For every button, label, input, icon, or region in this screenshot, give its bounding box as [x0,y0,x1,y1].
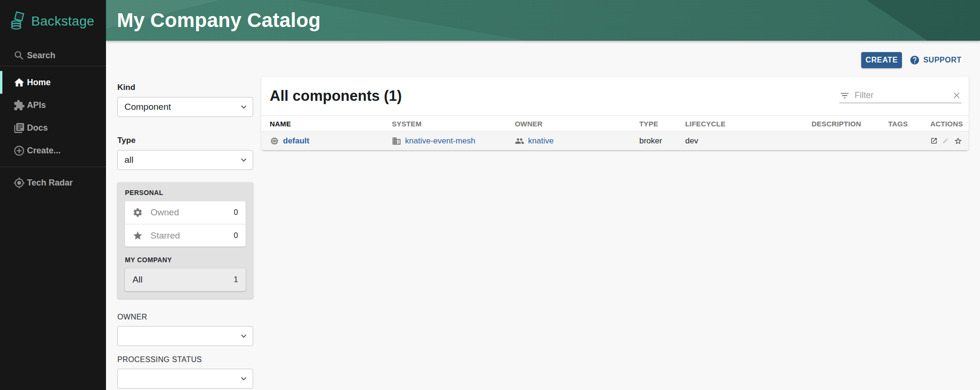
type-select-value: all [124,155,133,165]
puzzle-icon [13,99,25,111]
sidebar: Backstage Search Home APIs Docs Create..… [0,0,106,390]
sidebar-item-tech-radar[interactable]: Tech Radar [0,171,106,194]
column-header-type[interactable]: TYPE [639,120,685,128]
chevron-down-icon [238,373,249,384]
create-button[interactable]: CREATE [861,52,902,68]
search-icon [13,50,25,62]
toolbar: CREATE SUPPORT [861,52,962,68]
open-in-new-icon[interactable] [930,135,937,146]
radar-icon [13,177,25,189]
sidebar-item-home[interactable]: Home [0,71,106,94]
lifecycle-cell: dev [685,136,812,146]
filter-list-icon [839,90,850,101]
system-cell: knative-event-mesh [392,136,515,146]
all-count: 1 [234,275,238,284]
spacer [117,346,253,355]
processing-status-label: PROCESSING STATUS [117,355,253,364]
chevron-down-icon [238,155,249,165]
all-filter-item[interactable]: All 1 [125,268,246,291]
kind-label: Kind [117,83,253,92]
column-header-system[interactable]: SYSTEM [392,120,515,128]
owned-count: 0 [234,208,238,217]
page-title: My Company Catalog [117,9,321,32]
sidebar-item-label: APIs [27,100,46,110]
owned-label: Owned [150,207,234,218]
clear-icon[interactable] [952,90,962,100]
personal-list: Owned 0 Starred 0 [125,201,246,247]
type-select[interactable]: all [117,150,253,170]
page-header: My Company Catalog [106,0,980,41]
kind-select-value: Component [124,102,171,112]
sidebar-item-label: Create... [27,146,61,156]
backstage-app: Backstage Search Home APIs Docs Create..… [0,0,980,390]
star-border-icon[interactable] [954,135,962,147]
chevron-down-icon [238,331,249,341]
help-icon [909,55,920,65]
catalog-card-header: All components (1) [261,77,969,115]
catalog-heading: All components (1) [270,88,402,105]
starred-filter-item[interactable]: Starred 0 [125,224,246,247]
sidebar-item-search[interactable]: Search [0,44,106,67]
sidebar-divider [0,167,106,167]
catalog-card: All components (1) NAME SYSTEM OWNER TYP… [261,77,969,151]
star-icon [132,230,143,241]
home-icon [13,77,25,89]
owner-link[interactable]: knative [528,136,554,146]
sidebar-item-label: Tech Radar [27,178,73,188]
docs-icon [13,122,25,134]
column-header-tags[interactable]: TAGS [888,120,930,128]
sidebar-item-apis[interactable]: APIs [0,94,106,116]
column-header-actions: ACTIONS [930,120,969,128]
backstage-logo-icon [9,11,26,31]
table-filter [839,89,962,103]
component-chip-icon [270,136,279,146]
spacer [117,117,253,136]
owner-cell: knative [515,136,639,146]
owner-label: OWNER [117,313,253,321]
processing-status-select[interactable] [117,369,253,389]
owner-select[interactable] [117,326,253,346]
entity-link[interactable]: default [283,136,309,146]
sidebar-item-label: Home [27,78,51,88]
sidebar-item-create[interactable]: Create... [0,139,106,162]
name-cell: default [261,136,392,146]
backstage-logo[interactable]: Backstage [9,11,94,31]
owned-filter-item[interactable]: Owned 0 [125,201,246,224]
column-header-lifecycle[interactable]: LIFECYCLE [685,120,812,128]
type-label: Type [117,136,253,145]
sidebar-divider [0,66,106,66]
building-icon [392,136,401,146]
starred-count: 0 [234,231,238,240]
support-button[interactable]: SUPPORT [909,55,962,65]
support-label: SUPPORT [923,56,962,64]
brand-name: Backstage [31,14,94,29]
my-company-heading: MY COMPANY [125,256,246,264]
table-header-row: NAME SYSTEM OWNER TYPE LIFECYCLE DESCRIP… [261,115,969,132]
sidebar-item-docs[interactable]: Docs [0,116,106,139]
table-row: default knative-event-mesh knative broke… [261,132,969,151]
gear-icon [132,207,143,218]
edit-icon[interactable] [942,136,949,146]
all-label: All [132,275,234,285]
table-filter-input[interactable] [855,90,952,100]
kind-select[interactable]: Component [117,97,253,117]
column-header-owner[interactable]: OWNER [515,120,639,128]
spacer [117,299,253,313]
starred-label: Starred [150,230,234,241]
chevron-down-icon [238,102,249,112]
column-header-description[interactable]: DESCRIPTION [812,120,888,128]
type-cell: broker [639,136,685,146]
add-circle-icon [13,145,25,157]
active-indicator [0,71,2,94]
group-icon [515,136,524,146]
spacer [117,170,253,182]
personal-heading: PERSONAL [125,189,246,196]
system-link[interactable]: knative-event-mesh [405,136,475,146]
filter-panel: Kind Component Type all PERSONAL Owned 0 [117,83,253,389]
column-header-name[interactable]: NAME [261,120,392,128]
sidebar-item-label: Search [27,51,55,61]
sidebar-item-label: Docs [27,123,48,133]
actions-cell [930,135,969,147]
entity-picker-panel: PERSONAL Owned 0 Starred 0 MY COMPANY Al… [117,182,253,299]
